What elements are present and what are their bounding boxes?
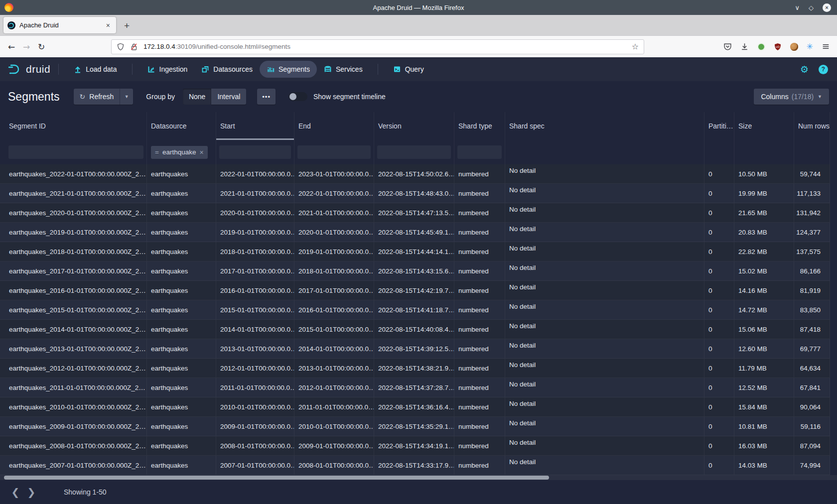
cell-shard-type: numbered xyxy=(454,164,505,183)
cell-shard-type: numbered xyxy=(454,184,505,203)
column-header-shard-type[interactable]: Shard type xyxy=(454,112,505,140)
cell-start: 2012-01-01T00:00:00.0… xyxy=(216,359,294,378)
segment-timeline-toggle[interactable] xyxy=(288,92,307,101)
table-row[interactable]: earthquakes_2007-01-01T00:00:00.000Z_2… … xyxy=(0,456,830,475)
table-row[interactable]: earthquakes_2021-01-01T00:00:00.000Z_2… … xyxy=(0,184,830,203)
druid-logo[interactable]: druid xyxy=(7,63,50,76)
extension-green-icon[interactable] xyxy=(757,43,765,51)
cookie-extension-icon[interactable] xyxy=(790,43,798,51)
columns-button[interactable]: Columns(17/18)▼ xyxy=(754,89,829,105)
help-icon[interactable]: ? xyxy=(819,65,828,74)
cell-datasource: earthquakes xyxy=(147,320,216,339)
next-page-button[interactable]: ❯ xyxy=(26,486,37,498)
table-row[interactable]: earthquakes_2011-01-01T00:00:00.000Z_2… … xyxy=(0,378,830,397)
table-row[interactable]: earthquakes_2012-01-01T00:00:00.000Z_2… … xyxy=(0,359,830,378)
cell-size: 14.16 MB xyxy=(734,281,794,300)
bookmark-star-icon[interactable]: ☆ xyxy=(632,42,639,51)
column-header-end[interactable]: End xyxy=(294,112,374,140)
table-row[interactable]: earthquakes_2008-01-01T00:00:00.000Z_2… … xyxy=(0,436,830,456)
cell-shard-type: numbered xyxy=(454,339,505,358)
table-row[interactable]: earthquakes_2015-01-01T00:00:00.000Z_2… … xyxy=(0,300,830,320)
table-row[interactable]: earthquakes_2020-01-01T00:00:00.000Z_2… … xyxy=(0,203,830,223)
cell-size: 10.81 MB xyxy=(734,417,794,436)
cell-version: 2022-08-15T14:37:28.7… xyxy=(374,378,454,397)
url-path: :30109/unified-console.html#segments xyxy=(175,43,290,50)
tab-close-icon[interactable]: × xyxy=(104,21,112,29)
table-row[interactable]: earthquakes_2016-01-01T00:00:00.000Z_2… … xyxy=(0,281,830,300)
cell-num-rows: 90,064 xyxy=(794,397,830,416)
group-by-interval-button[interactable]: Interval xyxy=(211,89,246,105)
shard-type-filter-input[interactable] xyxy=(457,145,502,159)
table-row[interactable]: earthquakes_2014-01-01T00:00:00.000Z_2… … xyxy=(0,320,830,339)
cell-shard-type: numbered xyxy=(454,320,505,339)
column-header-segment-id[interactable]: Segment ID xyxy=(0,112,147,140)
start-filter-input[interactable] xyxy=(219,145,291,159)
table-row[interactable]: earthquakes_2018-01-01T00:00:00.000Z_2… … xyxy=(0,242,830,261)
column-header-size[interactable]: Size xyxy=(734,112,794,140)
window-close-icon[interactable]: × xyxy=(823,3,831,12)
datasource-filter-tag[interactable]: = earthquake × xyxy=(151,146,208,159)
nav-item-ingestion[interactable]: Ingestion xyxy=(140,61,195,78)
new-tab-button[interactable]: + xyxy=(124,20,130,31)
scrollbar-thumb[interactable] xyxy=(4,476,549,480)
horizontal-scrollbar[interactable] xyxy=(0,475,837,480)
browser-tab-apache-druid[interactable]: Apache Druid × xyxy=(3,17,116,33)
table-row[interactable]: earthquakes_2010-01-01T00:00:00.000Z_2… … xyxy=(0,397,830,417)
url-bar[interactable]: 172.18.0.4:30109/unified-console.html#se… xyxy=(111,39,644,54)
table-row[interactable]: earthquakes_2019-01-01T00:00:00.000Z_2… … xyxy=(0,223,830,242)
showing-range-label: Showing 1-50 xyxy=(64,488,107,496)
ublock-origin-icon[interactable]: uO xyxy=(774,43,782,51)
end-filter-input[interactable] xyxy=(297,145,371,159)
downloads-icon[interactable] xyxy=(740,42,749,51)
nav-item-load-data[interactable]: Load data xyxy=(67,61,124,78)
cell-segment-id: earthquakes_2018-01-01T00:00:00.000Z_2… xyxy=(0,242,147,261)
segment-id-filter-input[interactable] xyxy=(8,145,143,159)
table-row[interactable]: earthquakes_2013-01-01T00:00:00.000Z_2… … xyxy=(0,339,830,359)
column-header-num-rows[interactable]: Num rows xyxy=(794,112,830,140)
datasources-icon xyxy=(201,65,209,73)
cell-version: 2022-08-15T14:43:15.6… xyxy=(374,261,454,280)
more-options-button[interactable]: ••• xyxy=(257,89,276,105)
cell-shard-spec: No detail xyxy=(505,223,704,242)
extension-asterisk-icon[interactable]: ✳ xyxy=(807,42,813,51)
group-by-none-button[interactable]: None xyxy=(183,89,211,105)
refresh-button[interactable]: ↻Refresh xyxy=(74,89,120,105)
cell-partition: 0 xyxy=(704,300,734,319)
cell-size: 14.72 MB xyxy=(734,300,794,319)
pocket-icon[interactable] xyxy=(723,42,732,51)
column-header-shard-spec[interactable]: Shard spec xyxy=(505,112,704,140)
forward-button[interactable]: → xyxy=(19,42,34,52)
tracking-shield-icon[interactable] xyxy=(117,43,126,51)
settings-gear-icon[interactable]: ⚙ xyxy=(800,64,809,75)
table-row[interactable]: earthquakes_2022-01-01T00:00:00.000Z_2… … xyxy=(0,164,830,184)
window-maximize-icon[interactable]: ◇ xyxy=(809,4,814,11)
remove-filter-icon[interactable]: × xyxy=(199,148,203,156)
insecure-lock-icon[interactable] xyxy=(130,43,139,51)
column-header-version[interactable]: Version xyxy=(374,112,454,140)
column-header-datasource[interactable]: Datasource xyxy=(147,112,216,140)
table-row[interactable]: earthquakes_2017-01-01T00:00:00.000Z_2… … xyxy=(0,261,830,281)
refresh-options-button[interactable]: ▼ xyxy=(120,89,133,105)
nav-item-datasources[interactable]: Datasources xyxy=(194,61,260,78)
back-button[interactable]: ← xyxy=(4,42,19,52)
menu-hamburger-icon[interactable] xyxy=(822,42,830,51)
table-row[interactable]: earthquakes_2009-01-01T00:00:00.000Z_2… … xyxy=(0,417,830,436)
nav-item-services[interactable]: Services xyxy=(317,61,370,78)
cell-num-rows: 64,634 xyxy=(794,359,830,378)
reload-button[interactable]: ↻ xyxy=(34,42,49,52)
cell-partition: 0 xyxy=(704,397,734,416)
window-minimize-icon[interactable]: ∨ xyxy=(795,4,800,11)
version-filter-input[interactable] xyxy=(377,145,451,159)
cell-partition: 0 xyxy=(704,320,734,339)
tab-title: Apache Druid xyxy=(19,21,104,29)
column-header-partition[interactable]: Partiti… xyxy=(704,112,734,140)
previous-page-button[interactable]: ❮ xyxy=(10,486,21,498)
cell-shard-spec: No detail xyxy=(505,203,704,222)
cell-shard-type: numbered xyxy=(454,242,505,261)
nav-item-segments[interactable]: Segments xyxy=(260,61,317,78)
cell-segment-id: earthquakes_2009-01-01T00:00:00.000Z_2… xyxy=(0,417,147,436)
column-header-start[interactable]: Start xyxy=(216,112,294,140)
cell-shard-spec: No detail xyxy=(505,281,704,300)
nav-item-query[interactable]: Query xyxy=(386,61,431,78)
cell-num-rows: 74,994 xyxy=(794,456,830,475)
